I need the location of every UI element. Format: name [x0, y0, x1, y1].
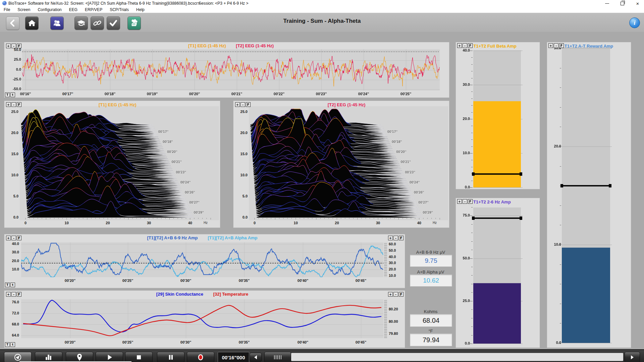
axis-tick-label: 15.0: [6, 152, 18, 156]
menu-configuration[interactable]: Configuration: [34, 7, 65, 13]
axis-tick-label: 00'25'': [394, 92, 418, 96]
play-button[interactable]: [96, 352, 123, 362]
panel-fullscreen-button[interactable]: F: [468, 199, 473, 204]
menu-scp-trials[interactable]: SCP/Trials: [106, 7, 132, 13]
axis-tick-label: 20.0: [389, 267, 404, 271]
panel-collapse-button[interactable]: -: [11, 44, 16, 48]
readout-label: A+B 6-9 Hz µV: [410, 250, 451, 255]
scrollbar-track[interactable]: [291, 353, 623, 361]
readout-label: Kohms: [410, 309, 451, 314]
restore-icon: [621, 2, 624, 5]
panel-expand-button[interactable]: +: [6, 236, 11, 240]
stop-button[interactable]: [125, 352, 153, 362]
close-button[interactable]: ×: [632, 0, 643, 7]
axis-tick-label: 25.0: [235, 110, 248, 114]
panel-collapse-button[interactable]: -: [11, 102, 16, 107]
scrollbar-thumb[interactable]: [264, 352, 291, 362]
panel-fullscreen-button[interactable]: F: [17, 102, 21, 107]
panel-expand-button[interactable]: +: [388, 236, 393, 240]
panel-collapse-button[interactable]: -: [240, 102, 245, 107]
axis-tick-label: 5.0: [235, 194, 248, 198]
panel-collapse-button[interactable]: -: [554, 43, 558, 48]
axis-tick-label: 0.0: [457, 341, 470, 345]
legend-69hz-amp: [T1][T2] A+B 6-9 Hz Amp: [147, 235, 198, 240]
menu-file[interactable]: File: [0, 7, 14, 13]
step-back-button[interactable]: [250, 353, 262, 362]
panel-expand-button[interactable]: +: [6, 292, 11, 297]
menu-erp-vep[interactable]: ERP/VEP: [81, 7, 106, 13]
sc-temperature-chart: [21, 299, 383, 338]
panel-fullscreen-button[interactable]: F: [399, 292, 404, 297]
legend-temperature: [32] Temperature: [213, 292, 249, 297]
panel-expand-button[interactable]: +: [6, 44, 11, 48]
info-button[interactable]: i: [629, 17, 640, 28]
panel-fullscreen-button[interactable]: F: [246, 102, 251, 107]
full-beta-title: T1+T2 Full Beta Amp: [473, 44, 516, 49]
panel-fullscreen-button[interactable]: F: [17, 292, 21, 297]
menu-eeg[interactable]: EEG: [65, 7, 81, 13]
axis-tick-label: 20.0: [235, 131, 248, 135]
panel-expand-button[interactable]: +: [6, 102, 11, 107]
right-arrow-icon: [630, 355, 635, 360]
legend-t1-eeg: [T1] EEG (1-45 Hz): [188, 43, 226, 48]
panel-fullscreen-button[interactable]: F: [559, 43, 564, 48]
timebase-t-button[interactable]: t: [10, 342, 15, 347]
axis-tick-label: 0.0: [235, 215, 248, 219]
axis-tick-label: 00'24'': [352, 92, 375, 96]
readout-value: 79.94: [423, 336, 439, 344]
panel-fullscreen-button[interactable]: F: [17, 236, 21, 240]
full-beta-bar-chart: [456, 42, 540, 189]
timebase-t-button[interactable]: t: [10, 283, 15, 287]
panel-expand-button[interactable]: +: [457, 199, 462, 204]
axis-tick-label: 10.0: [548, 242, 561, 246]
close-icon: ×: [636, 1, 639, 6]
marker-button[interactable]: [66, 352, 93, 362]
panel-collapse-button[interactable]: -: [463, 199, 467, 204]
axis-tick-label: 80.00: [389, 319, 404, 323]
record-icon: [196, 353, 205, 362]
panel-fullscreen-button[interactable]: F: [399, 236, 404, 240]
axis-tick-label: 40.0: [389, 255, 404, 259]
menu-help[interactable]: Help: [132, 7, 148, 13]
panel-expand-button[interactable]: +: [235, 102, 240, 107]
axis-tick-label: 30.0: [6, 250, 19, 254]
restore-button[interactable]: [616, 0, 628, 7]
record-button[interactable]: [187, 352, 214, 362]
axis-tick-label: 50.0: [457, 256, 470, 260]
axis-tick-label: 15.0: [235, 152, 248, 156]
menu-screen[interactable]: Screen: [14, 7, 34, 13]
panel-collapse-button[interactable]: -: [393, 236, 398, 240]
axis-tick-label: 00'23'': [310, 92, 333, 96]
panel-fullscreen-button[interactable]: F: [468, 43, 473, 48]
timebase-T-button[interactable]: T: [5, 283, 10, 287]
axis-tick-label: 0: [14, 221, 37, 225]
axis-tick-label: 64.0: [6, 333, 19, 337]
statistics-button[interactable]: [35, 352, 62, 362]
left-arrow-icon: [253, 355, 258, 360]
axis-tick-label: 20.0: [548, 144, 561, 148]
navigate-button[interactable]: [4, 352, 32, 362]
panel-collapse-button[interactable]: -: [463, 43, 467, 48]
panel-collapse-button[interactable]: -: [11, 292, 16, 297]
page-title: Training - Sum - Alpha-Theta: [0, 18, 644, 24]
readout-temperature-value: 79.94: [410, 334, 452, 346]
panel-collapse-button[interactable]: -: [393, 292, 398, 297]
panel-expand-button[interactable]: +: [457, 43, 462, 48]
axis-tick-label: 0.0: [548, 341, 561, 345]
amplitude-trend-chart: [21, 242, 383, 277]
timebase-t-button[interactable]: t: [10, 93, 15, 97]
minimize-button[interactable]: [601, 0, 613, 7]
axis-tick-label: -50.0: [8, 87, 21, 91]
panel-fullscreen-button[interactable]: F: [17, 44, 21, 48]
axis-tick-label: 0: [243, 221, 266, 225]
timebase-T-button[interactable]: T: [5, 93, 10, 97]
panel-expand-button[interactable]: +: [548, 43, 553, 48]
scroll-right-button[interactable]: [625, 352, 640, 362]
axis-tick-label: 40.0: [6, 242, 19, 246]
axis-tick-label: -25.0: [8, 77, 21, 81]
spectrogram-t1-title: [T1] EEG (1-45 Hz): [20, 102, 215, 107]
panel-collapse-button[interactable]: -: [11, 236, 16, 240]
pause-button[interactable]: [157, 352, 184, 362]
timebase-T-button[interactable]: T: [5, 342, 10, 347]
panel-expand-button[interactable]: +: [388, 292, 393, 297]
